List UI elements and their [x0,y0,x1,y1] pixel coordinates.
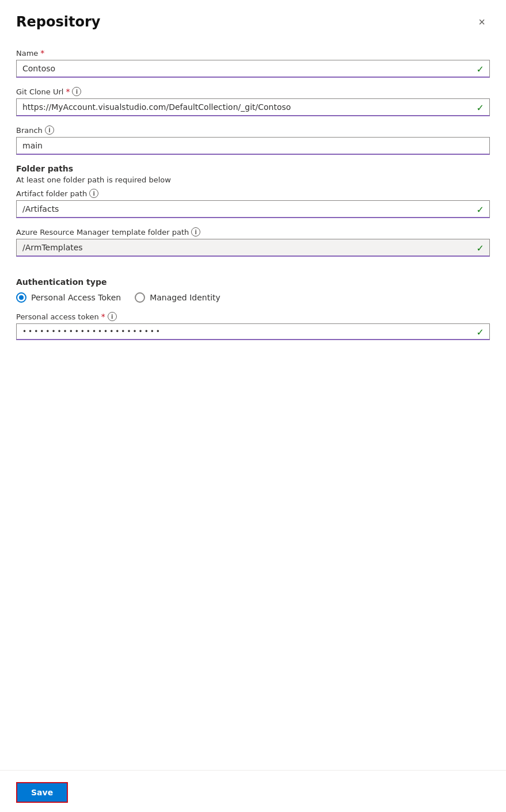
branch-input-wrapper [16,137,490,155]
name-label-text: Name [16,49,38,58]
folder-paths-subtext: At least one folder path is required bel… [16,176,490,184]
branch-field-group: Branch i [16,125,490,155]
artifact-folder-input-wrapper: ✓ [16,200,490,218]
name-required-star: * [40,48,44,58]
radio-pat-input[interactable] [16,292,26,303]
pat-info-icon[interactable]: i [108,312,117,321]
artifact-folder-label: Artifact folder path i [16,189,490,198]
name-label: Name * [16,48,490,58]
branch-input[interactable] [16,137,490,155]
arm-template-input-wrapper: ✓ [16,239,490,257]
git-clone-url-input[interactable] [16,98,490,116]
arm-template-label: Azure Resource Manager template folder p… [16,227,490,237]
branch-label: Branch i [16,125,490,135]
pat-input-wrapper: ✓ [16,323,490,340]
git-clone-url-input-wrapper: ✓ [16,98,490,116]
pat-label: Personal access token * i [16,312,490,321]
save-button[interactable]: Save [16,782,68,803]
git-clone-url-required-star: * [66,87,70,96]
radio-pat-dot [19,295,24,300]
arm-template-info-icon[interactable]: i [191,227,200,237]
radio-managed-input[interactable] [135,292,145,303]
pat-input[interactable] [16,323,490,340]
folder-paths-section: Folder paths At least one folder path is… [16,164,490,266]
pat-required-star: * [101,312,105,321]
radio-managed-label: Managed Identity [150,293,220,302]
name-input-wrapper: ✓ [16,60,490,78]
auth-type-heading: Authentication type [16,277,490,287]
pat-check-icon: ✓ [477,326,484,337]
arm-template-input[interactable] [16,239,490,257]
panel-title: Repository [16,14,100,30]
git-clone-url-info-icon[interactable]: i [72,87,81,96]
repository-panel: Repository × Name * ✓ Git Clone Url * i … [0,0,506,812]
radio-managed-option[interactable]: Managed Identity [135,292,220,303]
arm-template-check-icon: ✓ [477,242,484,253]
name-field-group: Name * ✓ [16,48,490,78]
branch-info-icon[interactable]: i [45,125,54,135]
branch-label-text: Branch [16,126,43,135]
pat-label-text: Personal access token [16,312,99,321]
radio-pat-option[interactable]: Personal Access Token [16,292,121,303]
pat-field-group: Personal access token * i ✓ [16,312,490,340]
arm-template-field-group: Azure Resource Manager template folder p… [16,227,490,257]
artifact-folder-input[interactable] [16,200,490,218]
panel-header: Repository × [16,14,490,30]
arm-template-label-text: Azure Resource Manager template folder p… [16,228,189,237]
bottom-divider [0,770,506,771]
footer: Save [0,773,506,812]
auth-type-section: Authentication type Personal Access Toke… [16,277,490,349]
folder-paths-heading: Folder paths [16,164,490,173]
radio-group: Personal Access Token Managed Identity [16,292,490,303]
git-clone-url-check-icon: ✓ [477,102,484,113]
git-clone-url-label-text: Git Clone Url [16,87,63,96]
name-check-icon: ✓ [477,63,484,74]
artifact-folder-check-icon: ✓ [477,204,484,215]
git-clone-url-label: Git Clone Url * i [16,87,490,96]
git-clone-url-field-group: Git Clone Url * i ✓ [16,87,490,116]
name-input[interactable] [16,60,490,78]
artifact-folder-info-icon[interactable]: i [89,189,98,198]
close-button[interactable]: × [474,14,490,30]
radio-pat-label: Personal Access Token [31,293,121,302]
artifact-folder-label-text: Artifact folder path [16,189,87,198]
artifact-folder-field-group: Artifact folder path i ✓ [16,189,490,218]
